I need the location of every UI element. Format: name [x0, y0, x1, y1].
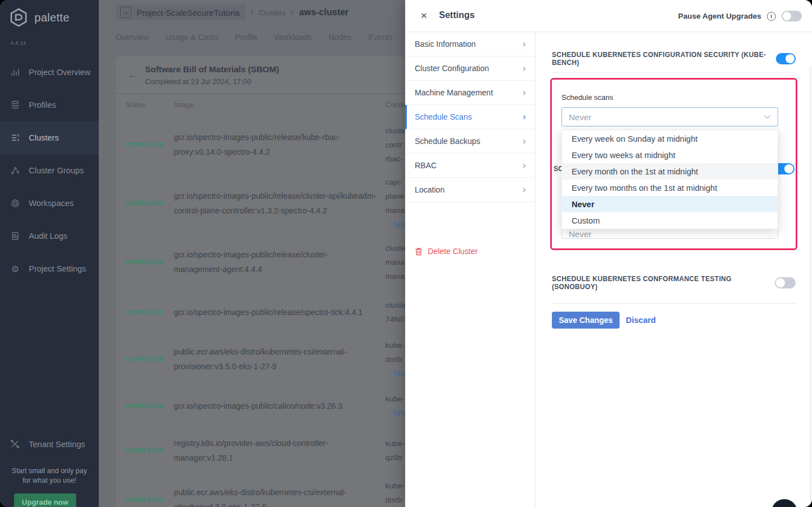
brand-name: palette — [34, 11, 69, 24]
sidebar-item-profiles[interactable]: Profiles — [0, 89, 99, 121]
chevron-right-icon: › — [523, 63, 526, 74]
dropdown-option-custom[interactable]: Custom — [562, 212, 778, 229]
project-icon — [120, 7, 131, 18]
pause-agent-upgrades: Pause Agent Upgrades i — [678, 0, 802, 32]
project-selector[interactable]: Project-ScaleSecureTutoria — [116, 5, 245, 20]
tab-profile[interactable]: Profile — [235, 33, 258, 42]
settings-menu-item-location[interactable]: Location› — [405, 178, 535, 202]
tab-workloads[interactable]: Workloads — [274, 33, 311, 42]
tab-nodes[interactable]: Nodes — [328, 33, 351, 42]
dropdown-option-bimonthly[interactable]: Every two months on the 1st at midnight — [562, 180, 778, 196]
status-badge: COMPLETED — [125, 448, 174, 454]
sonobuoy-toggle[interactable] — [775, 277, 796, 289]
sidebar-item-project-overview[interactable]: Project Overview — [0, 56, 99, 89]
upgrade-now-button[interactable]: Upgrade now — [14, 493, 76, 507]
sidebar-item-label: Project Settings — [29, 264, 86, 273]
sidebar-item-workspaces[interactable]: Workspaces — [0, 187, 99, 220]
breadcrumb-clusters[interactable]: Clusters — [258, 8, 286, 17]
image-cell: gcr.io/spectro-images-public/release/clu… — [174, 189, 385, 218]
delete-cluster-button[interactable]: Delete Cluster — [405, 240, 535, 263]
sidebar: palette 4.4.11 Project Overview Profiles — [0, 0, 99, 507]
settings-title: Settings — [439, 10, 475, 20]
list-icon — [10, 133, 20, 143]
discard-button[interactable]: Discard — [626, 316, 656, 325]
info-icon[interactable]: i — [767, 12, 776, 21]
image-cell: gcr.io/spectro-images-public/calico/node… — [174, 399, 385, 413]
kube-bench-row: SCHEDULE KUBERNETES CONFIGURATION SECURI… — [552, 51, 796, 67]
pause-agent-upgrades-label: Pause Agent Upgrades — [678, 12, 761, 20]
breadcrumb-separator: / — [291, 8, 293, 17]
sidebar-item-label: Cluster Groups — [29, 166, 84, 175]
chevron-right-icon: › — [523, 111, 526, 123]
status-badge: COMPLETED — [125, 200, 174, 207]
status-badge: COMPLETED — [125, 259, 174, 265]
dropdown-option-weekly[interactable]: Every week on Sunday at midnight — [562, 130, 778, 147]
status-badge: COMPLETED — [125, 356, 174, 362]
settings-menu-item-machine-management[interactable]: Machine Management› — [405, 81, 535, 105]
sidebar-item-label: Clusters — [29, 133, 59, 142]
chevron-right-icon: › — [523, 87, 526, 98]
chevron-right-icon: › — [523, 160, 526, 171]
settings-menu-item-rbac[interactable]: RBAC› — [405, 154, 535, 178]
sonobuoy-row: SCHEDULE KUBERNETES CONFORMANCE TESTING … — [552, 275, 796, 291]
nodes-icon — [10, 165, 20, 176]
sidebar-item-clusters[interactable]: Clusters — [0, 121, 99, 154]
settings-menu-item-cluster-configuration[interactable]: Cluster Configuration› — [405, 56, 535, 81]
kube-bench-toggle[interactable] — [776, 53, 796, 64]
chevron-down-icon — [764, 115, 771, 119]
sidebar-item-label: Profiles — [29, 100, 56, 110]
settings-menu-item-schedule-backups[interactable]: Schedule Backups› — [405, 129, 535, 154]
gear-icon: ⚙ — [10, 264, 20, 274]
save-changes-button[interactable]: Save Changes — [552, 312, 620, 329]
image-cell: gcr.io/spectro-images-public/release/kub… — [174, 130, 385, 159]
highlight-box: Schedule scans Never SC Never Every week… — [550, 78, 797, 250]
back-arrow-icon[interactable]: ← — [127, 69, 137, 81]
image-cell: public.ecr.aws/eks-distro/kubernetes-csi… — [174, 485, 385, 507]
sidebar-item-tenant-settings[interactable]: Tenant Settings — [0, 429, 99, 460]
app-window: palette 4.4.11 Project Overview Profiles — [0, 0, 812, 507]
settings-header: ✕ Settings Pause Agent Upgrades i — [405, 0, 812, 32]
promo-text: Start small and only pay for what you us… — [0, 466, 99, 486]
settings-content: SCHEDULE KUBERNETES CONFIGURATION SECURI… — [536, 32, 812, 507]
brand-logo[interactable]: palette — [8, 7, 69, 28]
sidebar-item-audit-logs[interactable]: Audit Logs — [0, 220, 99, 252]
sidebar-item-label: Project Overview — [29, 68, 91, 77]
menu-label: Basic Information — [415, 40, 476, 49]
cluster-tabs: Overview Usage & Costs Profile Workloads… — [116, 33, 393, 42]
dropdown-option-never[interactable]: Never — [562, 196, 778, 212]
column-context: Conte — [385, 100, 405, 109]
chevron-right-icon: › — [523, 136, 526, 147]
schedule-scans-select[interactable]: Never — [561, 107, 778, 126]
menu-label: RBAC — [415, 161, 437, 170]
menu-label: Schedule Backups — [415, 137, 480, 146]
layers-icon — [10, 100, 20, 110]
pause-agent-upgrades-toggle[interactable] — [782, 11, 802, 21]
sidebar-item-project-settings[interactable]: ⚙ Project Settings — [0, 252, 99, 285]
schedule-scans-label: Schedule scans — [561, 93, 613, 102]
panel-scrollbar[interactable] — [810, 66, 811, 501]
menu-label: Location — [415, 185, 445, 194]
sbom-title: Software Bill of Materials (SBOM) — [145, 64, 279, 74]
status-badge: COMPLETED — [125, 403, 174, 409]
menu-label: Schedule Scans — [415, 112, 472, 121]
sidebar-nav: Project Overview Profiles Clusters Clust… — [0, 56, 99, 285]
tab-usage-costs[interactable]: Usage & Costs — [165, 33, 218, 42]
tab-events[interactable]: Events — [368, 33, 393, 42]
chevron-right-icon: › — [523, 184, 526, 195]
doc-search-icon — [10, 231, 20, 241]
breadcrumb-project: Project-ScaleSecureTutoria — [137, 8, 240, 18]
sbom-subtitle: Completed at 23 Jul 2024, 17:00 — [145, 77, 251, 86]
settings-menu-item-basic-information[interactable]: Basic Information› — [405, 32, 535, 56]
dropdown-option-biweekly[interactable]: Every two weeks at midnight — [562, 147, 778, 163]
sonobuoy-label: SCHEDULE KUBERNETES CONFORMANCE TESTING … — [552, 275, 775, 291]
divider — [552, 72, 796, 73]
status-badge: COMPLETED — [125, 497, 174, 503]
close-icon[interactable]: ✕ — [420, 11, 428, 21]
settings-menu: Basic Information› Cluster Configuration… — [405, 32, 536, 507]
dropdown-option-monthly[interactable]: Every month on the 1st at midnight — [562, 163, 778, 180]
trash-icon — [415, 247, 423, 256]
tab-overview[interactable]: Overview — [116, 33, 148, 42]
sidebar-item-cluster-groups[interactable]: Cluster Groups — [0, 154, 99, 187]
settings-menu-item-schedule-scans[interactable]: Schedule Scans› — [405, 105, 535, 129]
breadcrumb: Project-ScaleSecureTutoria / Clusters / … — [116, 5, 349, 20]
